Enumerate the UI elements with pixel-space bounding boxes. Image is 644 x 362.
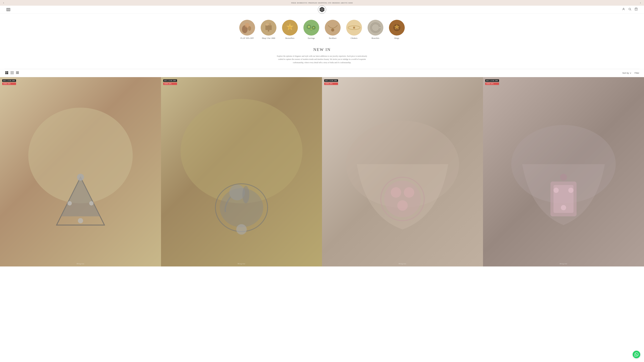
svg-rect-45: [13, 71, 14, 72]
svg-point-23: [313, 27, 314, 28]
category-label-bracelets: Bracelets: [372, 37, 379, 39]
svg-rect-41: [5, 73, 6, 74]
svg-rect-39: [5, 71, 6, 73]
category-circle-necklace: [325, 20, 340, 35]
new-in-description: Explore the epitome of elegance and styl…: [275, 54, 369, 64]
badge-save-1: SAVE 25%: [2, 82, 16, 85]
category-circle-flat50: [239, 20, 255, 35]
category-item-flat50[interactable]: FLAT 50% OFF: [236, 20, 258, 39]
chokers-illustration: [346, 20, 362, 35]
category-label-shop3: Shop 3 for 1800: [262, 37, 275, 39]
category-label-flat50: FLAT 50% OFF: [240, 37, 254, 39]
necklace-illustration: [325, 20, 340, 35]
svg-marker-0: [321, 8, 323, 11]
product-image-2: BUY 3 FOR 1800 SAVE 25% Blingvine: [161, 77, 322, 267]
user-icon[interactable]: [622, 7, 625, 11]
svg-rect-52: [16, 71, 19, 72]
category-image-bestsellers: [282, 20, 298, 35]
category-circle-chokers: [346, 20, 362, 35]
svg-point-66: [242, 186, 249, 203]
category-item-bracelets[interactable]: Bracelets: [365, 20, 386, 39]
view-small-grid-button[interactable]: [10, 71, 14, 75]
badge-buy3-4: BUY 3 FOR 1800: [485, 79, 499, 82]
badge-buy3-1: BUY 3 FOR 1800: [2, 79, 16, 82]
svg-marker-1: [321, 9, 323, 10]
svg-point-73: [397, 200, 408, 211]
category-image-rings: [389, 20, 405, 35]
product-card-3[interactable]: BUY 3 FOR 1800 SAVE 25% Blingvine: [322, 77, 483, 267]
view-large-grid-button[interactable]: [5, 71, 9, 75]
svg-rect-11: [266, 25, 272, 30]
bestsellers-illustration: [282, 20, 298, 35]
filter-button[interactable]: Filter: [634, 72, 639, 74]
product-watermark-3: Blingvine: [399, 263, 406, 265]
shop3-illustration: [261, 20, 276, 35]
earrings-illustration: [304, 20, 319, 35]
category-item-rings[interactable]: Rings: [386, 20, 408, 39]
category-circle-earrings: [304, 20, 319, 35]
svg-rect-30: [353, 27, 355, 28]
svg-rect-51: [13, 73, 14, 74]
hamburger-line: [6, 8, 10, 9]
product-card-2[interactable]: BUY 3 FOR 1800 SAVE 25% Blingvine: [161, 77, 322, 267]
site-logo: [318, 5, 326, 14]
category-label-necklace: Necklace: [329, 37, 336, 39]
svg-point-9: [248, 26, 251, 31]
svg-point-70: [384, 181, 421, 217]
badge-save-3: SAVE 25%: [324, 82, 338, 85]
announcement-text: FREE DOMESTIC PREPAID SHIPPING ON ORDERS…: [291, 2, 353, 4]
product-badges-4: BUY 3 FOR 1800 SAVE 25%: [485, 79, 499, 85]
svg-point-17: [289, 26, 291, 29]
product-card-4[interactable]: BUY 3 FOR 1800 SAVE 25% Blingvine: [483, 77, 644, 267]
svg-point-59: [68, 201, 72, 206]
announcement-next-button[interactable]: ›: [640, 1, 641, 4]
logo-hexagon: [320, 7, 324, 12]
product-illustration-4: [483, 77, 644, 267]
filter-right-group: Sort by Filter: [622, 72, 639, 74]
filter-bar: Sort by Filter: [0, 69, 644, 77]
svg-rect-40: [7, 71, 8, 73]
sort-label: Sort by: [622, 72, 629, 74]
view-list-button[interactable]: [16, 71, 20, 75]
category-label-bestsellers: Bestsellers: [285, 37, 294, 39]
category-image-earrings: [304, 20, 319, 35]
product-watermark-4: Blingvine: [560, 263, 567, 265]
category-item-chokers[interactable]: Chokers: [344, 20, 365, 39]
product-illustration-2: [161, 77, 322, 267]
sort-chevron-icon: [630, 72, 632, 74]
product-card-1[interactable]: BUY 3 FOR 1800 SAVE 25% Blingvine: [0, 77, 161, 267]
bracelets-illustration: [368, 20, 383, 35]
product-illustration-3: [322, 77, 483, 267]
svg-point-34: [379, 27, 380, 28]
menu-button[interactable]: [6, 8, 10, 11]
product-image-3: BUY 3 FOR 1800 SAVE 25% Blingvine: [322, 77, 483, 267]
category-item-necklace[interactable]: Necklace: [322, 20, 344, 39]
category-item-bestsellers[interactable]: Bestsellers: [279, 20, 300, 39]
svg-point-71: [391, 187, 401, 198]
new-in-title: NEW IN: [32, 47, 612, 52]
category-item-shop3[interactable]: Shop 3 for 1800: [258, 20, 279, 39]
category-image-necklace: [325, 20, 340, 35]
cart-icon[interactable]: [634, 7, 638, 11]
product-watermark-2: Blingvine: [238, 263, 245, 265]
svg-point-60: [89, 201, 94, 206]
category-circle-bestsellers: [282, 20, 298, 35]
announcement-prev-button[interactable]: ‹: [3, 1, 4, 4]
list-icon: [16, 71, 19, 74]
category-item-earrings[interactable]: Earrings: [300, 20, 322, 39]
search-icon[interactable]: [628, 7, 632, 11]
svg-point-80: [561, 205, 566, 210]
category-circle-shop3: [261, 20, 276, 35]
sort-button[interactable]: Sort by: [622, 72, 632, 74]
category-image-flat50: [239, 20, 255, 35]
badge-buy3-2: BUY 3 FOR 1800: [163, 79, 177, 82]
site-header: [0, 6, 644, 13]
svg-line-4: [630, 10, 631, 10]
svg-point-79: [568, 188, 574, 193]
svg-point-2: [623, 8, 624, 9]
product-watermark-1: Blingvine: [77, 263, 84, 265]
logo-container[interactable]: [318, 5, 326, 14]
product-badges-1: BUY 3 FOR 1800 SAVE 25%: [2, 79, 16, 85]
svg-point-61: [78, 218, 83, 223]
svg-point-58: [77, 174, 84, 181]
